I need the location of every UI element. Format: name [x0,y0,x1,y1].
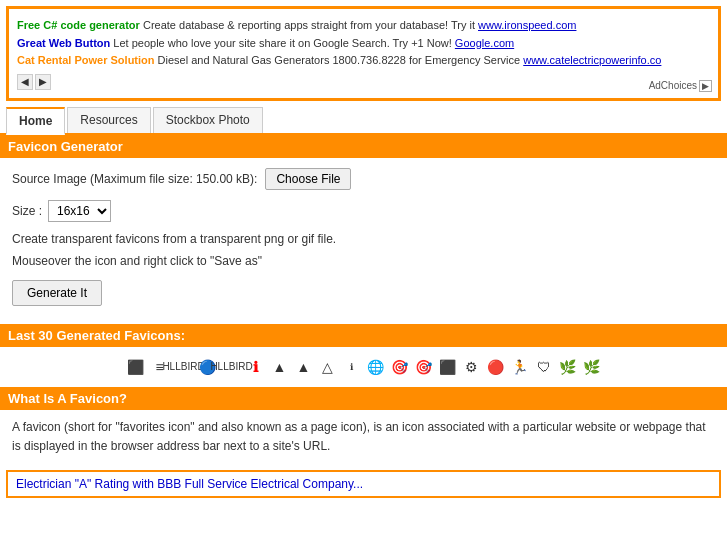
favicon-icon: 🎯 [390,357,410,377]
tab-stockbox-photo[interactable]: Stockbox Photo [153,107,263,133]
ad-link-3[interactable]: www.catelectricpowerinfo.co [523,54,661,66]
favicon-icon: HLLBIRD [174,357,194,377]
ad-choices-label: AdChoices [649,80,697,91]
source-image-row: Source Image (Maximum file size: 150.00 … [12,168,715,190]
ad-text-2: Let people who love your site share it o… [113,37,455,49]
favicon-icon: 🌿 [582,357,602,377]
favicon-icon: ▲ [294,357,314,377]
choose-file-button[interactable]: Choose File [265,168,351,190]
tab-bar: Home Resources Stockbox Photo [0,107,727,135]
favicons-row: ⬛ ≡ HLLBIRD 🔵 HLLBIRD ℹ ▲ ▲ △ ℹ 🌐 🎯 🎯 ⬛ … [0,347,727,387]
mouseover-note: Mouseover the icon and right click to "S… [12,254,715,268]
ad-title-3: Cat Rental Power Solution [17,54,155,66]
bottom-link-banner[interactable]: Electrician "A" Rating with BBB Full Ser… [6,470,721,498]
favicon-icon: 🎯 [414,357,434,377]
favicon-icon: △ [318,357,338,377]
ad-choices-icon: ▶ [699,80,712,92]
favicon-icon: ▲ [270,357,290,377]
ad-link-1[interactable]: www.ironspeed.com [478,19,576,31]
what-is-content: A favicon (short for "favorites icon" an… [0,410,727,464]
ad-text-3: Diesel and Natural Gas Generators 1800.7… [158,54,524,66]
favicon-icon: 🔴 [486,357,506,377]
favicon-icon: ℹ [342,357,362,377]
favicon-icon: 🏃 [510,357,530,377]
ad-row-1: Free C# code generator Create database &… [17,17,710,35]
what-is-header: What Is A Favicon? [0,387,727,410]
favicon-icon: 🌿 [558,357,578,377]
ad-next-button[interactable]: ▶ [35,74,51,90]
bottom-link-anchor[interactable]: Electrician "A" Rating with BBB Full Ser… [16,477,363,491]
size-label: Size : [12,204,42,218]
favicon-icon: ⚙ [462,357,482,377]
favicon-icon: ⬛ [126,357,146,377]
what-is-text: A favicon (short for "favorites icon" an… [12,418,715,456]
ad-title-2: Great Web Button [17,37,110,49]
favicon-generator-header: Favicon Generator [0,135,727,158]
favicon-icon: HLLBIRD [222,357,242,377]
ad-navigation: ◀ ▶ [17,74,710,90]
favicon-icon: 🌐 [366,357,386,377]
size-select[interactable]: 16x16 32x32 48x48 64x64 [48,200,111,222]
ad-choices: AdChoices ▶ [649,80,712,92]
favicon-icon: ⬛ [438,357,458,377]
favicon-icon: ℹ [246,357,266,377]
generate-button[interactable]: Generate It [12,280,102,306]
favicon-icon: 🛡 [534,357,554,377]
source-image-label: Source Image (Maximum file size: 150.00 … [12,172,257,186]
tab-home[interactable]: Home [6,107,65,135]
ad-title-1: Free C# code generator [17,19,140,31]
size-row: Size : 16x16 32x32 48x48 64x64 [12,200,715,222]
ad-prev-button[interactable]: ◀ [17,74,33,90]
favicon-generator-content: Source Image (Maximum file size: 150.00 … [0,158,727,324]
ad-row-3: Cat Rental Power Solution Diesel and Nat… [17,52,710,70]
ad-text-1: Create database & reporting apps straigh… [143,19,478,31]
ad-link-2[interactable]: Google.com [455,37,514,49]
ad-row-2: Great Web Button Let people who love you… [17,35,710,53]
transparent-note: Create transparent favicons from a trans… [12,232,715,246]
ad-banner: Free C# code generator Create database &… [6,6,721,101]
tab-resources[interactable]: Resources [67,107,150,133]
last-favicons-header: Last 30 Generated Favicons: [0,324,727,347]
